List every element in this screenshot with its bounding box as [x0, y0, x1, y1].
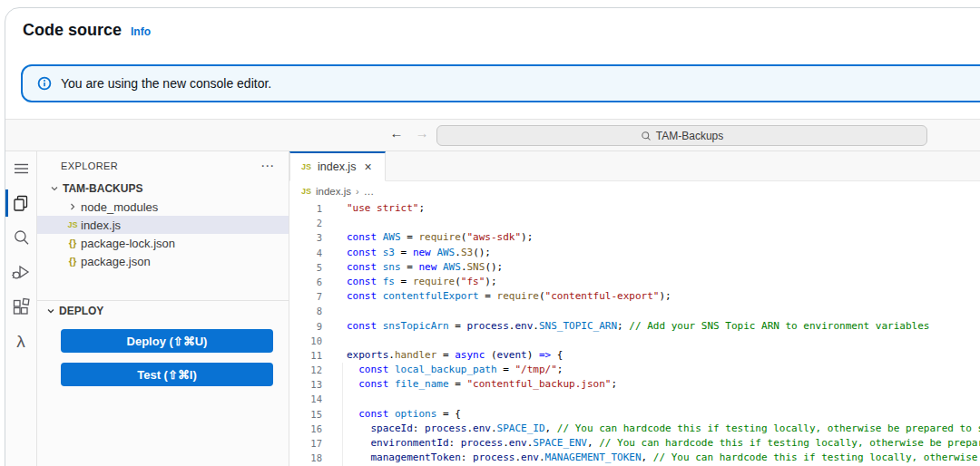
activity-bar: λ	[5, 151, 37, 466]
line-number: 3	[289, 230, 322, 245]
tab-label: index.js	[318, 160, 356, 173]
more-actions-icon[interactable]: ⋯	[260, 159, 276, 172]
indent-guide	[342, 377, 343, 392]
line-number: 15	[289, 407, 322, 422]
breadcrumb-more[interactable]: …	[364, 186, 375, 197]
explorer-title: EXPLORER	[61, 160, 118, 171]
info-icon	[37, 76, 52, 91]
chevron-right-icon	[64, 202, 81, 211]
json-file-icon: {}	[64, 238, 81, 248]
editor-group: JS index.js × JS index.js › … 1"use stri…	[289, 151, 980, 466]
search-value: TAM-Backups	[656, 130, 723, 142]
search-icon	[641, 131, 652, 141]
line-number: 13	[289, 377, 322, 392]
code-line[interactable]: 10	[289, 334, 980, 348]
code-line[interactable]: 9const snsTopicArn = process.env.SNS_TOP…	[289, 319, 980, 334]
code-line[interactable]: 7const contentfulExport = require("conte…	[289, 289, 980, 304]
info-link[interactable]: Info	[131, 25, 151, 38]
code-line[interactable]: 14	[289, 392, 980, 406]
indent-guide	[342, 407, 343, 422]
tree-item-index.js[interactable]: JSindex.js	[37, 216, 289, 234]
code-line[interactable]: 11exports.handler = async (event) => {	[289, 348, 980, 363]
indent-guide	[342, 451, 343, 465]
line-content: "use strict";	[322, 201, 980, 216]
line-content	[322, 334, 980, 348]
chevron-right-icon: ›	[356, 186, 359, 197]
tree-item-package-lock.json[interactable]: {}package-lock.json	[37, 234, 289, 252]
tree-item-label: package-lock.json	[81, 237, 175, 250]
line-content: const AWS = require("aws-sdk");	[322, 230, 980, 245]
navigate-back-button[interactable]: ←	[387, 125, 407, 141]
line-number: 6	[289, 275, 322, 289]
explorer-panel: EXPLORER ⋯ TAM-BACKUPSnode_modulesJSinde…	[37, 151, 289, 466]
line-content: const file_name = "contentful_backup.jso…	[322, 377, 980, 392]
line-content: const local_backup_path = "/tmp/";	[322, 363, 980, 377]
debug-icon	[11, 263, 31, 281]
file-tree: TAM-BACKUPSnode_modulesJSindex.js{}packa…	[37, 180, 289, 270]
editor-toolbar: ← → TAM-Backups	[5, 120, 980, 151]
code-line[interactable]: 2	[289, 216, 980, 230]
code-editor[interactable]: 1"use strict";23const AWS = require("aws…	[289, 200, 980, 466]
command-center-search[interactable]: TAM-Backups	[436, 125, 927, 146]
search-icon	[12, 228, 31, 248]
deploy-section-title: DEPLOY	[59, 305, 103, 317]
lambda-icon: λ	[16, 333, 25, 350]
line-number: 14	[289, 392, 322, 406]
code-line[interactable]: 15 const options = {	[289, 407, 980, 422]
code-line[interactable]: 17 environmentId: process.env.SPACE_ENV,…	[289, 436, 980, 451]
line-content: const options = {	[322, 407, 980, 422]
code-line[interactable]: 6const fs = require("fs");	[289, 275, 980, 289]
line-content: exports.handler = async (event) => {	[322, 348, 980, 363]
code-source-card: Code source Info You are using the new c…	[5, 7, 980, 466]
line-content	[322, 392, 980, 406]
breadcrumb[interactable]: JS index.js › …	[289, 181, 980, 200]
page-title: Code source	[23, 21, 122, 40]
line-content: const s3 = new AWS.S3();	[322, 246, 980, 260]
line-number: 17	[289, 436, 322, 451]
code-line[interactable]: 4const s3 = new AWS.S3();	[289, 246, 980, 260]
deploy-button[interactable]: Deploy (⇧⌘U)	[61, 329, 273, 353]
chevron-down-icon	[46, 306, 55, 316]
tree-item-package.json[interactable]: {}package.json	[37, 252, 289, 270]
chevron-down-icon	[46, 184, 63, 193]
explorer-header: EXPLORER ⋯	[37, 151, 289, 180]
line-number: 9	[289, 319, 322, 334]
tab-index-js[interactable]: JS index.js ×	[289, 151, 386, 181]
line-number: 1	[289, 201, 322, 216]
json-file-icon: {}	[64, 256, 81, 267]
line-number: 11	[289, 348, 322, 363]
editor-workbench: ← → TAM-Backups λ EXPLORER ⋯ TAM-BACKUPS…	[5, 119, 980, 466]
code-line[interactable]: 18 managementToken: process.env.MANAGEME…	[289, 451, 980, 465]
code-line[interactable]: 5const sns = new AWS.SNS();	[289, 260, 980, 275]
line-number: 2	[289, 216, 322, 230]
code-line[interactable]: 12 const local_backup_path = "/tmp/";	[289, 363, 980, 377]
activity-search-button[interactable]	[5, 220, 36, 255]
breadcrumb-file[interactable]: index.js	[316, 186, 351, 197]
line-content: environmentId: process.env.SPACE_ENV, //…	[322, 436, 980, 451]
activity-lambda-button[interactable]: λ	[5, 324, 36, 358]
line-content: const snsTopicArn = process.env.SNS_TOPI…	[322, 319, 980, 334]
code-line[interactable]: 13 const file_name = "contentful_backup.…	[289, 377, 980, 392]
menu-icon	[14, 163, 29, 174]
tree-item-tam-backups[interactable]: TAM-BACKUPS	[37, 180, 289, 198]
code-line[interactable]: 1"use strict";	[289, 201, 980, 216]
tree-item-node_modules[interactable]: node_modules	[37, 198, 289, 216]
activity-extensions-button[interactable]	[5, 289, 36, 324]
line-number: 16	[289, 422, 322, 436]
code-line[interactable]: 3const AWS = require("aws-sdk");	[289, 230, 980, 245]
activity-debug-button[interactable]	[5, 255, 36, 289]
deploy-section-header[interactable]: DEPLOY	[37, 301, 289, 321]
close-icon[interactable]: ×	[362, 160, 373, 174]
activity-menu-button[interactable]	[5, 151, 36, 186]
activity-explorer-button[interactable]	[5, 186, 36, 220]
code-line[interactable]: 16 spaceId: process.env.SPACE_ID, // You…	[289, 422, 980, 436]
indent-guide	[342, 436, 343, 451]
line-content: const contentfulExport = require("conten…	[322, 289, 980, 304]
line-number: 7	[289, 289, 322, 304]
line-content	[322, 216, 980, 230]
navigate-forward-button[interactable]: →	[412, 125, 432, 141]
test-button[interactable]: Test (⇧⌘I)	[61, 363, 273, 386]
line-number: 18	[289, 451, 322, 465]
line-content: const sns = new AWS.SNS();	[322, 260, 980, 275]
code-line[interactable]: 8	[289, 304, 980, 318]
